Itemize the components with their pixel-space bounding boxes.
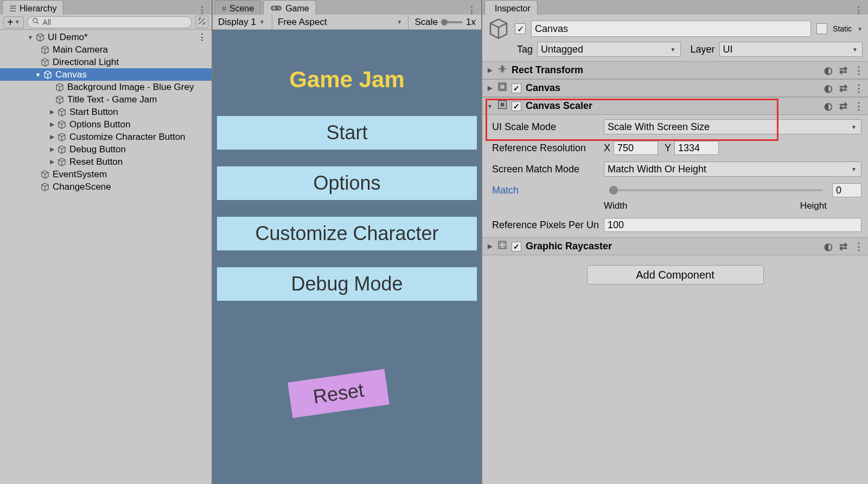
scene-menu-icon[interactable]: ⋮ <box>197 31 212 43</box>
foldout-arrow-icon[interactable]: ▶ <box>49 158 55 165</box>
preset-icon[interactable]: ⇄ <box>839 100 847 112</box>
rppu-field[interactable] <box>604 218 861 232</box>
gameobject-icon <box>41 170 49 179</box>
hierarchy-search[interactable]: All <box>27 16 192 28</box>
hierarchy-item-directional-light[interactable]: Directional Light <box>0 56 212 68</box>
customize-button[interactable]: Customize Character <box>217 217 477 250</box>
component-menu-icon[interactable]: ⋮ <box>854 100 864 112</box>
canvas-header[interactable]: ▶ ✓ Canvas ◐ ⇄ ⋮ <box>482 79 868 97</box>
enable-checkbox[interactable]: ✓ <box>512 101 521 111</box>
svg-point-2 <box>278 7 279 8</box>
start-button[interactable]: Start <box>217 116 477 150</box>
active-checkbox[interactable]: ✓ <box>515 23 526 34</box>
hierarchy-item-start[interactable]: ▶ Start Button <box>0 106 212 118</box>
match-value-field[interactable] <box>832 183 861 197</box>
hierarchy-item-debug[interactable]: ▶ Debug Button <box>0 143 212 156</box>
hierarchy-item-eventsystem[interactable]: EventSystem <box>0 168 212 180</box>
panel-menu-icon[interactable]: ⋮ <box>854 5 863 15</box>
gameobject-icon <box>488 18 509 40</box>
graphic-raycaster-header[interactable]: ▶ ✓ Graphic Raycaster ◐ ⇄ ⋮ <box>482 237 868 255</box>
x-label: X <box>604 143 610 154</box>
component-menu-icon[interactable]: ⋮ <box>854 64 864 76</box>
chevron-down-icon: ▼ <box>851 124 857 130</box>
raycaster-icon <box>497 240 507 253</box>
hierarchy-item-changescene[interactable]: ChangeScene <box>0 180 212 193</box>
screen-match-mode-row: Screen Match Mode Match Width Or Height▼ <box>492 162 861 177</box>
hierarchy-item-title[interactable]: Title Text - Game Jam <box>0 93 212 106</box>
gameobject-icon <box>55 95 64 104</box>
foldout-arrow-icon[interactable]: ▼ <box>27 34 34 41</box>
scene-row[interactable]: ▼ UI Demo* ⋮ <box>0 31 212 43</box>
svg-point-17 <box>503 246 505 248</box>
foldout-arrow-icon[interactable]: ▶ <box>49 133 55 140</box>
hierarchy-icon: ☰ <box>9 4 16 14</box>
options-button[interactable]: Options <box>217 166 477 200</box>
component-menu-icon[interactable]: ⋮ <box>854 241 864 253</box>
preset-icon[interactable]: ⇄ <box>839 82 847 94</box>
hierarchy-item-bg[interactable]: Background Image - Blue Grey <box>0 81 212 93</box>
component-menu-icon[interactable]: ⋮ <box>854 82 864 94</box>
panel-menu-icon[interactable]: ⋮ <box>198 5 206 15</box>
ref-y-field[interactable] <box>674 141 719 155</box>
foldout-arrow-icon[interactable]: ▼ <box>487 103 493 109</box>
debug-button[interactable]: Debug Mode <box>217 267 477 301</box>
layer-dropdown[interactable]: UI▼ <box>719 42 863 57</box>
enable-checkbox[interactable]: ✓ <box>512 242 521 251</box>
ref-x-field[interactable] <box>614 141 658 155</box>
screen-match-dropdown[interactable]: Match Width Or Height▼ <box>604 162 861 177</box>
item-label: Directional Light <box>52 57 119 68</box>
ui-scale-mode-dropdown[interactable]: Scale With Screen Size▼ <box>604 119 861 134</box>
link-icon[interactable] <box>195 16 208 28</box>
display-dropdown[interactable]: Display 1 ▼ <box>213 15 272 29</box>
scale-slider[interactable] <box>441 21 463 23</box>
gameobject-icon <box>58 133 66 141</box>
unity-scene-icon <box>36 33 44 42</box>
svg-line-1 <box>36 22 39 24</box>
static-checkbox[interactable] <box>816 23 827 34</box>
scale-control[interactable]: Scale 1x <box>409 15 482 29</box>
hierarchy-item-reset[interactable]: ▶ Reset Button <box>0 156 212 168</box>
hierarchy-tab[interactable]: ☰ Hierarchy <box>2 0 63 15</box>
preset-icon[interactable]: ⇄ <box>839 241 847 253</box>
create-dropdown[interactable]: + ▼ <box>3 16 24 28</box>
scene-tab[interactable]: # Scene <box>215 0 261 15</box>
gameobject-icon <box>41 46 49 54</box>
foldout-arrow-icon[interactable]: ▶ <box>487 243 493 250</box>
enable-checkbox[interactable]: ✓ <box>512 83 521 93</box>
game-tab[interactable]: Game <box>263 0 316 15</box>
panel-menu-icon[interactable]: ⋮ <box>468 5 476 15</box>
inspector-tab[interactable]: Inspector <box>484 0 538 15</box>
aspect-dropdown[interactable]: Free Aspect ▼ <box>272 15 409 29</box>
foldout-arrow-icon[interactable]: ▶ <box>487 85 493 92</box>
add-component-button[interactable]: Add Component <box>587 265 764 285</box>
foldout-arrow-icon[interactable]: ▶ <box>49 108 55 115</box>
hierarchy-item-main-camera[interactable]: Main Camera <box>0 43 212 56</box>
hierarchy-item-options[interactable]: ▶ Options Button <box>0 118 212 131</box>
help-icon[interactable]: ◐ <box>824 241 833 253</box>
controller-icon <box>270 4 282 14</box>
match-row: Match <box>492 183 861 197</box>
help-icon[interactable]: ◐ <box>824 82 833 94</box>
hierarchy-tab-label: Hierarchy <box>20 4 56 14</box>
name-field[interactable] <box>531 21 811 37</box>
help-icon[interactable]: ◐ <box>824 64 833 76</box>
rect-transform-header[interactable]: ▶ Rect Transform ◐ ⇄ ⋮ <box>482 61 868 79</box>
tag-dropdown[interactable]: Untagged▼ <box>537 42 680 57</box>
foldout-arrow-icon[interactable]: ▶ <box>487 67 493 74</box>
chevron-down-icon[interactable]: ▼ <box>857 26 863 32</box>
reset-button[interactable]: Reset <box>288 369 389 418</box>
hierarchy-item-canvas[interactable]: ▼ Canvas <box>0 68 212 81</box>
field-label: Reference Resolution <box>492 143 599 154</box>
match-slider[interactable] <box>609 189 822 191</box>
gameobject-icon <box>58 158 66 166</box>
foldout-arrow-icon[interactable]: ▶ <box>49 146 55 153</box>
hierarchy-panel: ☰ Hierarchy ⋮ + ▼ All <box>0 0 213 484</box>
help-icon[interactable]: ◐ <box>824 100 833 112</box>
inspector-panel: Inspector ⋮ ✓ Static ▼ Tag Untagged▼ <box>482 0 868 484</box>
foldout-arrow-icon[interactable]: ▼ <box>35 72 41 78</box>
component-title: Canvas Scaler <box>526 100 592 112</box>
canvas-scaler-header[interactable]: ▼ ✓ Canvas Scaler ◐ ⇄ ⋮ <box>482 97 868 115</box>
hierarchy-item-customize[interactable]: ▶ Customize Character Button <box>0 131 212 143</box>
foldout-arrow-icon[interactable]: ▶ <box>49 121 55 128</box>
preset-icon[interactable]: ⇄ <box>839 64 847 76</box>
